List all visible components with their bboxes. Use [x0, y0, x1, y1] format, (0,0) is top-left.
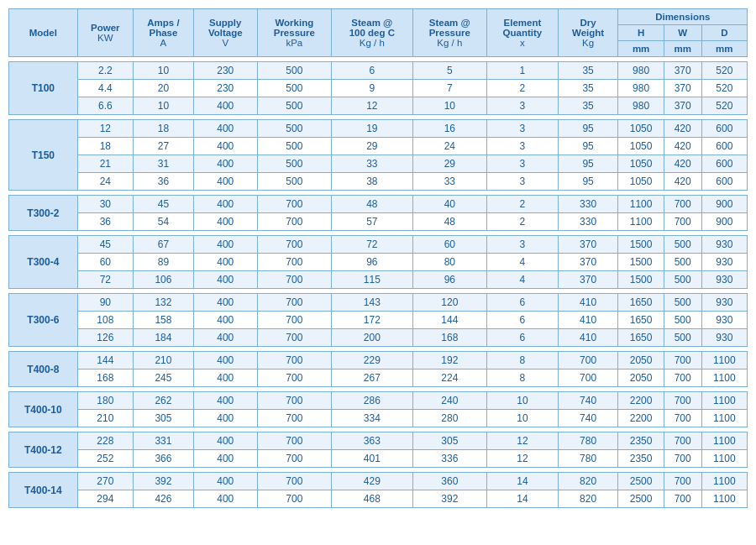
data-cell: 400 — [193, 450, 257, 468]
data-cell: 35 — [558, 97, 618, 115]
data-cell: 144 — [77, 352, 133, 369]
data-cell: 400 — [193, 432, 257, 450]
data-cell: 700 — [664, 432, 701, 450]
data-cell: 700 — [257, 490, 332, 508]
product-table: Model PowerKW Amps /PhaseA SupplyVoltage… — [8, 8, 748, 508]
data-cell: 700 — [257, 450, 332, 468]
data-cell: 95 — [558, 155, 618, 173]
data-cell: 500 — [257, 62, 332, 80]
data-cell: 500 — [664, 294, 701, 312]
data-cell: 400 — [193, 155, 257, 173]
data-cell: 4 — [487, 271, 559, 289]
data-cell: 400 — [193, 173, 257, 191]
data-cell: 400 — [193, 120, 257, 138]
data-cell: 224 — [412, 369, 487, 387]
data-cell: 24 — [412, 138, 487, 155]
data-cell: 780 — [558, 432, 618, 450]
data-cell: 6 — [487, 312, 559, 329]
data-cell: 29 — [332, 138, 412, 155]
data-cell: 700 — [257, 473, 332, 490]
data-cell: 410 — [558, 329, 618, 347]
data-cell: 370 — [664, 62, 701, 80]
data-cell: 366 — [133, 450, 193, 468]
data-cell: 980 — [618, 62, 664, 80]
data-cell: 35 — [558, 80, 618, 97]
data-cell: 420 — [664, 120, 701, 138]
table-row: T400-10180262400700286240107402200700110… — [9, 392, 748, 410]
data-cell: 520 — [701, 80, 747, 97]
data-cell: 1 — [487, 62, 559, 80]
data-cell: 700 — [664, 369, 701, 387]
data-cell: 1500 — [618, 254, 664, 271]
table-row: T300-69013240070014312064101650500930 — [9, 294, 748, 312]
data-cell: 10 — [133, 97, 193, 115]
data-cell: 108 — [77, 312, 133, 329]
data-cell: 132 — [133, 294, 193, 312]
table-row: T400-12228331400700363305127802350700110… — [9, 432, 748, 450]
data-cell: 500 — [257, 138, 332, 155]
data-cell: 1050 — [618, 120, 664, 138]
data-cell: 740 — [558, 392, 618, 410]
data-cell: 48 — [412, 213, 487, 231]
data-cell: 106 — [133, 271, 193, 289]
data-cell: 240 — [412, 392, 487, 410]
data-cell: 31 — [133, 155, 193, 173]
data-cell: 14 — [487, 473, 559, 490]
data-cell: 426 — [133, 490, 193, 508]
table-row: 12618440070020016864101650500930 — [9, 329, 748, 347]
data-cell: 67 — [133, 236, 193, 254]
data-cell: 57 — [332, 213, 412, 231]
data-cell: 305 — [412, 432, 487, 450]
data-cell: 360 — [412, 473, 487, 490]
data-cell: 400 — [193, 312, 257, 329]
data-cell: 740 — [558, 410, 618, 427]
data-cell: 2200 — [618, 392, 664, 410]
data-cell: 158 — [133, 312, 193, 329]
data-cell: 10 — [487, 410, 559, 427]
data-cell: 48 — [332, 196, 412, 213]
data-cell: 286 — [332, 392, 412, 410]
model-cell: T400-14 — [9, 473, 78, 508]
data-cell: 400 — [193, 271, 257, 289]
data-cell: 96 — [412, 271, 487, 289]
data-cell: 54 — [133, 213, 193, 231]
data-cell: 500 — [257, 97, 332, 115]
data-cell: 7 — [412, 80, 487, 97]
data-cell: 27 — [133, 138, 193, 155]
data-cell: 168 — [412, 329, 487, 347]
header-power: PowerKW — [77, 9, 133, 57]
data-cell: 80 — [412, 254, 487, 271]
data-cell: 330 — [558, 196, 618, 213]
data-cell: 370 — [558, 271, 618, 289]
data-cell: 370 — [558, 254, 618, 271]
data-cell: 400 — [193, 236, 257, 254]
data-cell: 2050 — [618, 369, 664, 387]
data-cell: 2 — [487, 80, 559, 97]
data-cell: 1050 — [618, 138, 664, 155]
data-cell: 520 — [701, 97, 747, 115]
data-cell: 60 — [77, 254, 133, 271]
data-cell: 72 — [77, 271, 133, 289]
data-cell: 1100 — [701, 490, 747, 508]
data-cell: 6 — [487, 329, 559, 347]
data-cell: 400 — [193, 473, 257, 490]
data-cell: 36 — [133, 173, 193, 191]
data-cell: 120 — [412, 294, 487, 312]
data-cell: 12 — [77, 120, 133, 138]
table-row: 2103054007003342801074022007001100 — [9, 410, 748, 427]
data-cell: 700 — [257, 369, 332, 387]
data-cell: 8 — [487, 369, 559, 387]
table-row: T1002.21023050065135980370520 — [9, 62, 748, 80]
data-cell: 370 — [664, 80, 701, 97]
data-cell: 30 — [77, 196, 133, 213]
data-cell: 700 — [664, 352, 701, 369]
data-cell: 410 — [558, 312, 618, 329]
data-cell: 144 — [412, 312, 487, 329]
data-cell: 700 — [257, 410, 332, 427]
table-row: T300-44567400700726033701500500930 — [9, 236, 748, 254]
data-cell: 4 — [487, 254, 559, 271]
header-element-qty: ElementQuantityx — [487, 9, 559, 57]
data-cell: 1650 — [618, 312, 664, 329]
data-cell: 500 — [257, 80, 332, 97]
table-row: 2944264007004683921482025007001100 — [9, 490, 748, 508]
